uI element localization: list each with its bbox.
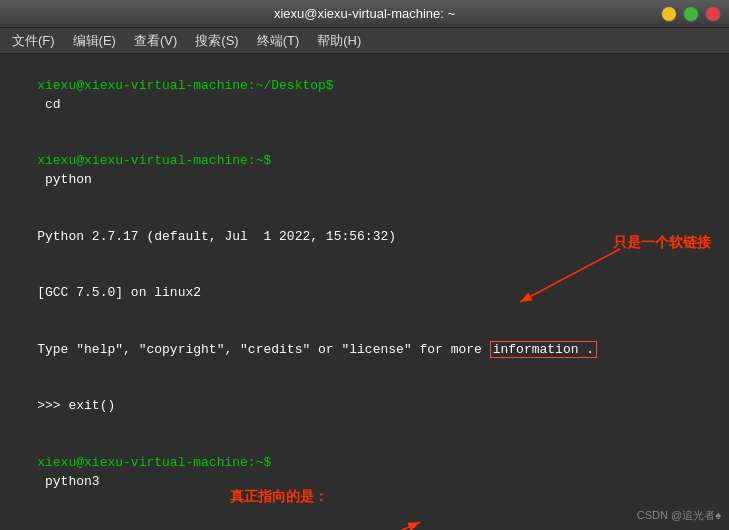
terminal-line-4: [GCC 7.5.0] on linux2 (6, 265, 723, 322)
menu-search[interactable]: 搜索(S) (187, 30, 246, 52)
watermark: CSDN @追光者♠ (637, 508, 721, 524)
terminal-line-5: Type "help", "copyright", "credits" or "… (6, 322, 723, 379)
terminal-line-6: >>> exit() (6, 378, 723, 435)
terminal-content: xiexu@xiexu-virtual-machine:~/Desktop$ c… (0, 54, 729, 530)
minimize-button[interactable] (661, 6, 677, 22)
terminal-line-7: xiexu@xiexu-virtual-machine:~$ python3 (6, 435, 723, 510)
close-button[interactable] (705, 6, 721, 22)
maximize-button[interactable] (683, 6, 699, 22)
menu-help[interactable]: 帮助(H) (309, 30, 369, 52)
annotation-softlink: 只是一个软链接 (613, 232, 711, 252)
menubar: 文件(F) 编辑(E) 查看(V) 搜索(S) 终端(T) 帮助(H) (0, 28, 729, 54)
terminal-line-1: xiexu@xiexu-virtual-machine:~/Desktop$ c… (6, 58, 723, 133)
window-controls (661, 6, 721, 22)
menu-edit[interactable]: 编辑(E) (65, 30, 124, 52)
annotation-realpoint: 真正指向的是： (230, 486, 328, 506)
titlebar: xiexu@xiexu-virtual-machine: ~ (0, 0, 729, 28)
menu-file[interactable]: 文件(F) (4, 30, 63, 52)
menu-terminal[interactable]: 终端(T) (249, 30, 308, 52)
prompt-1: xiexu@xiexu-virtual-machine:~/Desktop$ (37, 78, 333, 93)
menu-view[interactable]: 查看(V) (126, 30, 185, 52)
terminal-line-8: Python 3.6.9 (default, Jun 29 2022, 11:4… (6, 510, 723, 530)
terminal-line-2: xiexu@xiexu-virtual-machine:~$ python (6, 133, 723, 208)
titlebar-title: xiexu@xiexu-virtual-machine: ~ (68, 6, 661, 21)
